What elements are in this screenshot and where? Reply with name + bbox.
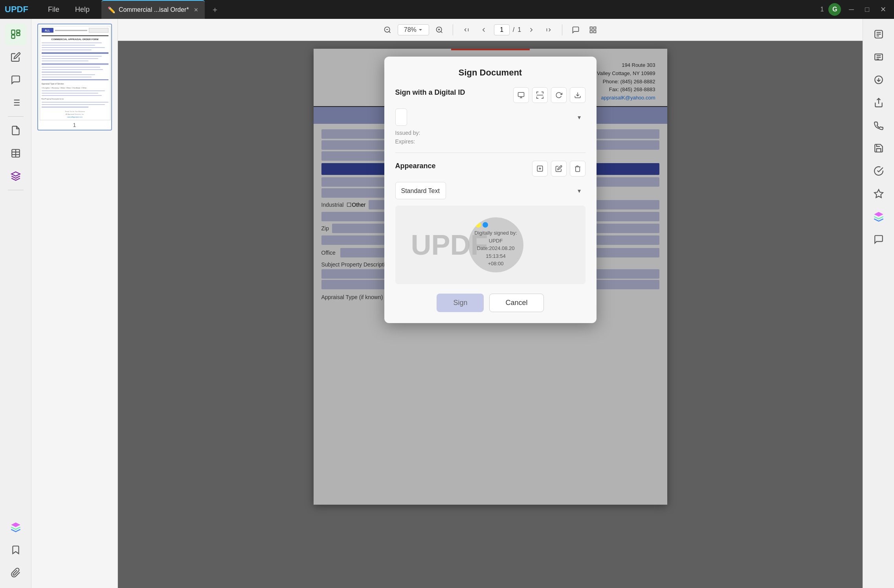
thumbnail-panel: ALL COMMERCIAL APPRAISAL ORDER FORM bbox=[31, 19, 118, 588]
prev-page-button[interactable] bbox=[477, 23, 491, 37]
last-page-button[interactable] bbox=[542, 23, 556, 37]
modal-title: Sign Document bbox=[395, 68, 586, 78]
appearance-header: Appearance bbox=[395, 162, 436, 170]
digital-id-header: Sign with a Digital ID bbox=[395, 88, 465, 97]
main-layout: ALL COMMERCIAL APPRAISAL ORDER FORM bbox=[0, 19, 894, 588]
sidebar-icon-pages[interactable] bbox=[5, 24, 26, 45]
right-sidebar-chat[interactable] bbox=[868, 229, 889, 250]
titlebar: UPDF File Help ✏️ Commercial ...isal Ord… bbox=[0, 0, 894, 19]
left-sidebar bbox=[0, 19, 31, 588]
zoom-value: 78% bbox=[404, 26, 417, 33]
toolbar-separator-2 bbox=[562, 24, 562, 35]
page-number-1: 1 bbox=[40, 122, 110, 128]
seal-dot-yellow bbox=[475, 222, 481, 228]
tab-label: Commercial ...isal Order* bbox=[119, 6, 189, 13]
right-sidebar-check[interactable] bbox=[868, 160, 889, 182]
toolbar: 78% bbox=[118, 19, 863, 41]
svg-line-20 bbox=[441, 31, 442, 33]
next-page-button[interactable] bbox=[524, 23, 538, 37]
pdf-area: 194 Route 303 Valley Cottage, NY 10989 P… bbox=[118, 41, 863, 588]
modal-buttons: Sign Cancel bbox=[395, 294, 586, 312]
right-sidebar-share[interactable] bbox=[868, 92, 889, 113]
sidebar-icon-comment[interactable] bbox=[5, 69, 26, 90]
svg-rect-26 bbox=[594, 27, 596, 29]
sidebar-icon-layers[interactable] bbox=[5, 165, 26, 187]
seal-dot-blue bbox=[483, 222, 488, 228]
preview-logo-dots bbox=[468, 222, 523, 228]
right-sidebar-star[interactable] bbox=[868, 183, 889, 204]
thumbnail-page-1[interactable]: ALL COMMERCIAL APPRAISAL ORDER FORM bbox=[37, 24, 112, 130]
sidebar-icon-table[interactable] bbox=[5, 143, 26, 164]
tab-document[interactable]: ✏️ Commercial ...isal Order* ✕ bbox=[101, 0, 205, 19]
right-sidebar-extract[interactable] bbox=[868, 69, 889, 90]
minimize-button[interactable]: ─ bbox=[846, 4, 857, 15]
digital-id-scan-btn[interactable] bbox=[532, 87, 548, 103]
preview-signed-text: Digitally signed by: UPDFDate:2024.08.20… bbox=[468, 229, 523, 268]
menu-help[interactable]: Help bbox=[67, 0, 97, 19]
modal-overlay: Sign Document Sign with a Digital ID bbox=[118, 41, 863, 588]
app-logo: UPDF bbox=[5, 4, 28, 15]
maximize-button[interactable]: □ bbox=[862, 4, 872, 15]
svg-marker-47 bbox=[874, 189, 883, 198]
digital-id-select[interactable] bbox=[395, 108, 407, 126]
zoom-level-display[interactable]: 78% bbox=[398, 24, 429, 35]
sidebar-icon-bookmark[interactable] bbox=[5, 539, 26, 560]
tab-bar: ✏️ Commercial ...isal Order* ✕ ＋ bbox=[101, 0, 821, 19]
first-page-button[interactable] bbox=[459, 23, 474, 37]
sidebar-icon-edit[interactable] bbox=[5, 46, 26, 68]
svg-marker-14 bbox=[11, 172, 20, 176]
menu-file[interactable]: File bbox=[40, 0, 67, 19]
svg-rect-2 bbox=[17, 33, 20, 36]
digital-id-add-btn[interactable] bbox=[513, 87, 529, 103]
appearance-delete-btn[interactable] bbox=[570, 161, 586, 176]
right-sidebar-ocr[interactable] bbox=[868, 46, 889, 68]
tab-edit-icon: ✏️ bbox=[108, 6, 116, 14]
sidebar-icon-list[interactable] bbox=[5, 92, 26, 113]
appearance-add-btn[interactable] bbox=[532, 161, 548, 176]
right-sidebar bbox=[863, 19, 894, 588]
page-display: / 1 bbox=[494, 24, 521, 35]
tab-add-button[interactable]: ＋ bbox=[208, 3, 222, 17]
digital-id-refresh-btn[interactable] bbox=[551, 87, 567, 103]
svg-rect-0 bbox=[11, 30, 15, 35]
tab-close-button[interactable]: ✕ bbox=[194, 7, 198, 13]
cancel-button[interactable]: Cancel bbox=[489, 294, 543, 312]
page-number-input[interactable] bbox=[494, 24, 510, 35]
svg-line-17 bbox=[389, 31, 391, 33]
sidebar-icon-colorful[interactable] bbox=[5, 516, 26, 538]
comment-button[interactable] bbox=[569, 23, 583, 37]
appearance-select[interactable]: Standard Text bbox=[395, 182, 446, 199]
thumbnail-image: ALL COMMERCIAL APPRAISAL ORDER FORM bbox=[40, 26, 110, 120]
toolbar-separator-1 bbox=[453, 24, 453, 35]
menu-bar: File Help bbox=[40, 0, 97, 19]
page-total: 1 bbox=[518, 26, 521, 33]
svg-rect-28 bbox=[594, 30, 596, 33]
right-sidebar-mail[interactable] bbox=[868, 115, 889, 136]
sign-document-modal: Sign Document Sign with a Digital ID bbox=[384, 57, 597, 323]
modal-divider bbox=[395, 153, 586, 153]
svg-rect-29 bbox=[518, 92, 524, 97]
digital-id-save-btn[interactable] bbox=[570, 87, 586, 103]
sidebar-icon-doc[interactable] bbox=[5, 120, 26, 141]
toolbar-nav-group: / 1 bbox=[459, 23, 556, 37]
user-avatar[interactable]: G bbox=[828, 3, 841, 16]
sign-button[interactable]: Sign bbox=[437, 294, 484, 312]
zoom-in-button[interactable] bbox=[432, 23, 446, 37]
toolbar-zoom-group: 78% bbox=[380, 23, 446, 37]
zoom-out-button[interactable] bbox=[380, 23, 395, 37]
toolbar-view-group bbox=[569, 23, 600, 37]
content-area: 78% bbox=[118, 19, 863, 588]
right-sidebar-save[interactable] bbox=[868, 138, 889, 159]
close-button[interactable]: ✕ bbox=[877, 4, 889, 15]
svg-marker-15 bbox=[11, 522, 20, 527]
page-separator: / bbox=[513, 26, 514, 33]
appearance-edit-btn[interactable] bbox=[551, 161, 567, 176]
view-button[interactable] bbox=[586, 23, 600, 37]
right-sidebar-search[interactable] bbox=[868, 24, 889, 45]
svg-rect-3 bbox=[11, 35, 15, 38]
svg-rect-1 bbox=[17, 30, 20, 33]
right-sidebar-brand[interactable] bbox=[868, 206, 889, 227]
svg-rect-27 bbox=[590, 30, 593, 33]
preview-seal-content: Digitally signed by: UPDFDate:2024.08.20… bbox=[468, 222, 523, 268]
sidebar-icon-paperclip[interactable] bbox=[5, 562, 26, 583]
